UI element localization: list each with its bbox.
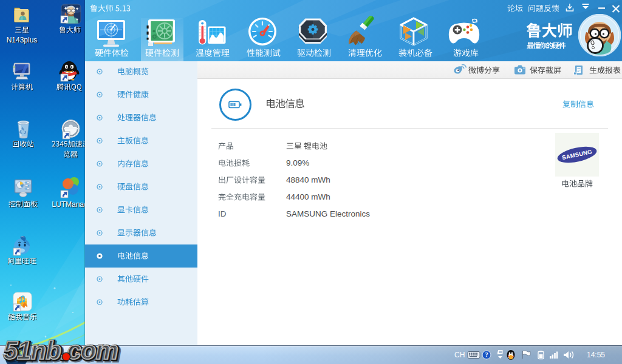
svg-text:?: ? — [485, 351, 488, 358]
